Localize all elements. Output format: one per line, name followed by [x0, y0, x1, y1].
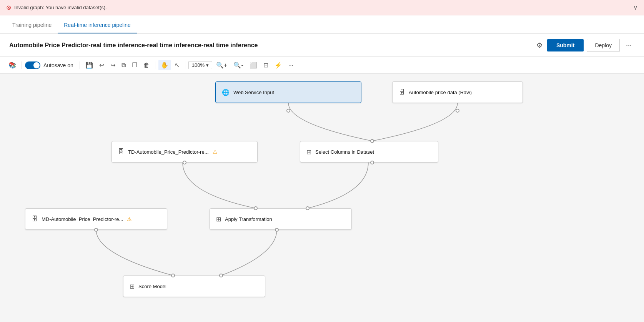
divider-2 [80, 61, 80, 69]
port-td-out[interactable] [183, 161, 186, 164]
node-td-automobile[interactable]: 🗄 TD-Automobile_Price_Predictor-re... ⚠ [111, 141, 258, 163]
automobile-data-label: Automobile price data (Raw) [409, 90, 472, 95]
zoom-out-button[interactable]: 🔍- [231, 60, 245, 70]
divider-3 [155, 61, 155, 69]
port-md-out[interactable] [94, 228, 98, 232]
tab-training[interactable]: Training pipeline [6, 17, 58, 33]
web-service-label: Web Service Input [233, 90, 274, 95]
undo-button[interactable]: ↩ [97, 60, 107, 70]
td-automobile-warning-icon: ⚠ [213, 149, 218, 155]
submit-button[interactable]: Submit [547, 39, 584, 51]
zoom-label: 100% [192, 62, 205, 68]
autosave-switch[interactable] [25, 61, 40, 69]
apply-transformation-label: Apply Transformation [225, 216, 272, 222]
settings-button[interactable]: ⚙ [535, 40, 544, 51]
zoom-control[interactable]: 100% ▾ [188, 61, 212, 69]
zoom-chevron-icon: ▾ [206, 62, 209, 68]
port-select-columns-in[interactable] [370, 139, 374, 143]
port-apply-in-left[interactable] [254, 206, 258, 210]
md-automobile-warning-icon: ⚠ [127, 216, 132, 222]
port-score-in-left[interactable] [171, 274, 175, 277]
port-apply-in-right[interactable] [306, 206, 310, 210]
score-model-label: Score Model [138, 284, 166, 289]
header: Automobile Price Predictor-real time inf… [0, 34, 644, 57]
web-service-icon: 🌐 [222, 89, 230, 96]
save-button[interactable]: 💾 [83, 60, 95, 70]
divider-4 [185, 61, 185, 69]
select-button[interactable]: ↖ [172, 60, 182, 70]
node-score-model[interactable]: ⊞ Score Model [123, 276, 265, 297]
node-web-service-input[interactable]: 🌐 Web Service Input [215, 81, 361, 103]
error-chevron-icon[interactable]: ∨ [633, 4, 638, 11]
pan-button[interactable]: ✋ [158, 60, 171, 70]
automobile-data-icon: 🗄 [399, 89, 405, 96]
zoom-in-button[interactable]: 🔍+ [214, 60, 230, 70]
autosave-label: Autosave on [43, 62, 73, 68]
port-apply-out[interactable] [275, 228, 279, 232]
connector-lines [0, 74, 644, 322]
node-md-automobile[interactable]: 🗄 MD-Automobile_Price_Predictor-re... ⚠ [25, 208, 167, 230]
apply-transformation-icon: ⊞ [216, 216, 221, 223]
fit-view-button[interactable]: ⬜ [247, 60, 260, 70]
pipeline-canvas[interactable]: 🌐 Web Service Input 🗄 Automobile price d… [0, 74, 644, 322]
select-columns-icon: ⊞ [306, 148, 311, 156]
score-model-icon: ⊞ [130, 283, 135, 290]
port-automobile-data-out[interactable] [456, 109, 459, 113]
toolbar: 📚 Autosave on 💾 ↩ ↪ ⧉ ❐ 🗑 ✋ ↖ 100% ▾ 🔍+ … [0, 57, 644, 74]
pipeline-title: Automobile Price Predictor-real time inf… [9, 42, 532, 49]
deploy-button[interactable]: Deploy [587, 39, 620, 52]
port-web-service-out[interactable] [286, 109, 290, 113]
port-select-columns-out[interactable] [370, 161, 374, 164]
delete-button[interactable]: 🗑 [141, 60, 152, 70]
auto-layout-button[interactable]: ⚡ [272, 60, 285, 70]
error-text: Invalid graph: You have invalid dataset(… [14, 5, 107, 10]
node-apply-transformation[interactable]: ⊞ Apply Transformation [210, 208, 352, 230]
node-select-columns[interactable]: ⊞ Select Columns in Dataset [300, 141, 438, 163]
select-columns-label: Select Columns in Dataset [315, 149, 374, 155]
error-icon: ⊗ [6, 4, 11, 11]
redo-button[interactable]: ↪ [108, 60, 118, 70]
tab-bar: Training pipeline Real-time inference pi… [0, 15, 644, 34]
more-button[interactable]: ··· [623, 40, 635, 51]
node-automobile-price-data[interactable]: 🗄 Automobile price data (Raw) [392, 81, 523, 103]
paste-button[interactable]: ❐ [130, 60, 140, 70]
divider-1 [22, 61, 22, 69]
port-score-in-right[interactable] [219, 274, 223, 277]
more-tools-button[interactable]: ··· [286, 60, 296, 70]
tab-realtime[interactable]: Real-time inference pipeline [58, 17, 137, 33]
autosave-toggle[interactable]: Autosave on [25, 61, 73, 69]
layout-button[interactable]: ⊡ [261, 60, 271, 70]
md-automobile-icon: 🗄 [32, 216, 38, 222]
copy-button[interactable]: ⧉ [119, 60, 128, 70]
error-banner: ⊗ Invalid graph: You have invalid datase… [0, 0, 644, 15]
library-button[interactable]: 📚 [6, 60, 18, 70]
td-automobile-icon: 🗄 [118, 148, 124, 155]
